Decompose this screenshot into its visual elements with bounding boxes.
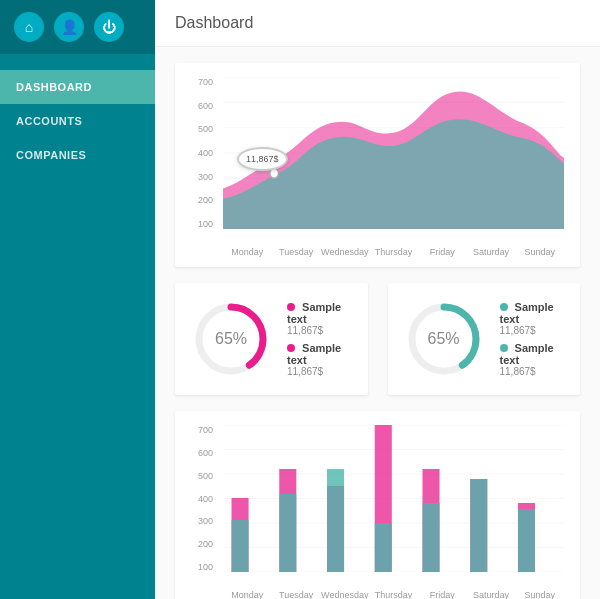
area-chart-card: 100 200 300 400 500 600 700 (175, 63, 580, 267)
legend-teal-secondary-label: Sample text (500, 342, 554, 366)
donut-card-pink: 65% Sample text 11,867$ Sample text (175, 283, 368, 395)
legend-item-teal-secondary: Sample text 11,867$ (500, 342, 565, 377)
topbar: Dashboard (155, 0, 600, 47)
bar-wed-teal (327, 469, 344, 572)
bar-x-label-fri: Friday (418, 590, 467, 599)
bar-y-label-7: 700 (191, 425, 213, 435)
legend-teal-primary-value: 11,867$ (500, 325, 565, 336)
legend-teal-dot (500, 303, 508, 311)
bar-sat-teal (470, 479, 487, 572)
donut-pink-label: 65% (215, 330, 247, 348)
bar-chart-xaxis: Monday Tuesday Wednesday Thursday Friday… (223, 590, 564, 599)
y-label-2: 200 (191, 195, 213, 205)
x-label-fri: Friday (418, 247, 467, 257)
donut-row: 65% Sample text 11,867$ Sample text (175, 283, 580, 395)
bar-chart-yaxis: 100 200 300 400 500 600 700 (191, 425, 219, 572)
legend-pink-secondary-label: Sample text (287, 342, 341, 366)
bar-y-label-4: 400 (191, 494, 213, 504)
bar-x-label-thu: Thursday (369, 590, 418, 599)
donut-teal-legend: Sample text 11,867$ Sample text 11,867$ (500, 301, 565, 377)
page-title: Dashboard (175, 14, 253, 31)
bar-x-label-sun: Sunday (515, 590, 564, 599)
bar-thu-teal (375, 523, 392, 572)
y-label-3: 300 (191, 172, 213, 182)
x-label-sun: Sunday (515, 247, 564, 257)
person-icon[interactable]: 👤 (54, 12, 84, 42)
bar-x-label-sat: Saturday (467, 590, 516, 599)
y-label-4: 400 (191, 148, 213, 158)
area-chart-svg-wrapper: 11,867$ (223, 77, 564, 229)
area-chart-tooltip: 11,867$ (237, 147, 288, 171)
donut-teal-label: 65% (427, 330, 459, 348)
bar-y-label-5: 500 (191, 471, 213, 481)
legend-teal-secondary-title: Sample text (500, 342, 565, 366)
y-label-5: 500 (191, 124, 213, 134)
y-label-6: 600 (191, 101, 213, 111)
sidebar-item-companies[interactable]: COMPANIES (0, 138, 155, 172)
legend-teal-secondary-value: 11,867$ (500, 366, 565, 377)
legend-item-teal-primary: Sample text 11,867$ (500, 301, 565, 336)
sidebar-item-accounts[interactable]: ACCOUNTS (0, 104, 155, 138)
bar-y-label-6: 600 (191, 448, 213, 458)
bar-chart-card: 100 200 300 400 500 600 700 (175, 411, 580, 599)
legend-pink-secondary-title: Sample text (287, 342, 352, 366)
donut-pink-wrapper: 65% (191, 299, 271, 379)
bar-x-label-wed: Wednesday (320, 590, 369, 599)
legend-teal-dot2 (500, 344, 508, 352)
legend-pink-primary-title: Sample text (287, 301, 352, 325)
bar-chart-svg (223, 425, 564, 572)
legend-pink-primary-value: 11,867$ (287, 325, 352, 336)
bar-chart-container: 100 200 300 400 500 600 700 (191, 425, 564, 599)
y-label-7: 700 (191, 77, 213, 87)
bar-sun-teal (518, 509, 535, 572)
area-chart-container: 100 200 300 400 500 600 700 (191, 77, 564, 257)
bar-x-label-mon: Monday (223, 590, 272, 599)
legend-teal-primary-label: Sample text (500, 301, 554, 325)
bar-x-label-tue: Tuesday (272, 590, 321, 599)
bar-fri-teal (422, 503, 439, 572)
legend-teal-primary-title: Sample text (500, 301, 565, 325)
legend-pink-dot2 (287, 344, 295, 352)
x-label-mon: Monday (223, 247, 272, 257)
sidebar-item-dashboard[interactable]: DASHBOARD (0, 70, 155, 104)
legend-pink-secondary-value: 11,867$ (287, 366, 352, 377)
bar-y-label-2: 200 (191, 539, 213, 549)
bar-tue-teal (279, 494, 296, 572)
bar-y-label-1: 100 (191, 562, 213, 572)
content-area: 100 200 300 400 500 600 700 (155, 47, 600, 599)
area-chart-xaxis: Monday Tuesday Wednesday Thursday Friday… (223, 247, 564, 257)
sidebar-icon-bar: ⌂ 👤 ⏻ (0, 0, 155, 54)
legend-item-pink-primary: Sample text 11,867$ (287, 301, 352, 336)
x-label-sat: Saturday (467, 247, 516, 257)
y-label-1: 100 (191, 219, 213, 229)
sidebar-nav: DASHBOARD ACCOUNTS COMPANIES (0, 70, 155, 172)
power-icon[interactable]: ⏻ (94, 12, 124, 42)
main-content: Dashboard 100 200 300 400 500 600 700 (155, 0, 600, 599)
legend-pink-primary-label: Sample text (287, 301, 341, 325)
x-label-wed: Wednesday (320, 247, 369, 257)
x-label-tue: Tuesday (272, 247, 321, 257)
legend-pink-dot (287, 303, 295, 311)
area-chart-yaxis: 100 200 300 400 500 600 700 (191, 77, 219, 229)
donut-teal-wrapper: 65% (404, 299, 484, 379)
donut-pink-legend: Sample text 11,867$ Sample text 11,867$ (287, 301, 352, 377)
legend-item-pink-secondary: Sample text 11,867$ (287, 342, 352, 377)
bar-mon-teal (232, 520, 249, 572)
bar-chart-svg-wrapper (223, 425, 564, 572)
bar-y-label-3: 300 (191, 516, 213, 526)
home-icon[interactable]: ⌂ (14, 12, 44, 42)
donut-card-teal: 65% Sample text 11,867$ Sample text (388, 283, 581, 395)
x-label-thu: Thursday (369, 247, 418, 257)
sidebar: ⌂ 👤 ⏻ DASHBOARD ACCOUNTS COMPANIES (0, 0, 155, 599)
